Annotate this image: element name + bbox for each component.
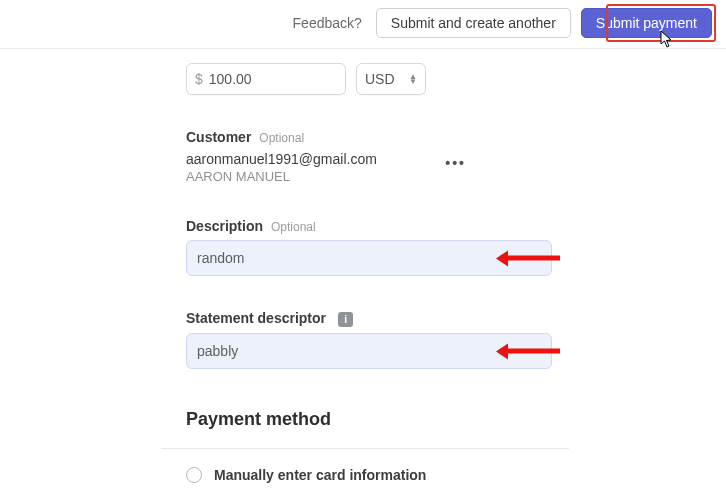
customer-email: aaronmanuel1991@gmail.com: [186, 151, 377, 167]
stepper-icon: ▲▼: [409, 74, 417, 84]
payment-method-heading: Payment method: [186, 409, 566, 430]
arrow-annotation: [500, 256, 560, 261]
currency-symbol: $: [195, 71, 203, 87]
customer-optional: Optional: [259, 131, 304, 145]
customer-label: Customer: [186, 129, 251, 145]
submit-payment-button[interactable]: Submit payment: [581, 8, 712, 38]
more-icon[interactable]: •••: [445, 151, 466, 171]
statement-label: Statement descriptor: [186, 310, 326, 326]
customer-section: Customer Optional aaronmanuel1991@gmail.…: [186, 129, 552, 184]
statement-value: pabbly: [197, 343, 238, 359]
amount-row: $ 100.00 USD ▲▼: [186, 63, 726, 95]
description-optional: Optional: [271, 220, 316, 234]
currency-select[interactable]: USD ▲▼: [356, 63, 426, 95]
top-bar: Feedback? Submit and create another Subm…: [0, 0, 726, 49]
statement-section: Statement descriptor i pabbly: [186, 310, 552, 369]
feedback-link[interactable]: Feedback?: [293, 15, 362, 31]
description-value: random: [197, 250, 244, 266]
payment-method-section: Payment method Manually enter card infor…: [186, 409, 566, 500]
submit-and-create-another-button[interactable]: Submit and create another: [376, 8, 571, 38]
form-container: $ 100.00 USD ▲▼ Customer Optional aaronm…: [0, 63, 726, 500]
description-label: Description: [186, 218, 263, 234]
currency-code: USD: [365, 71, 395, 87]
radio-option-manual[interactable]: Manually enter card information: [186, 449, 566, 500]
description-section: Description Optional random: [186, 218, 552, 276]
radio-icon: [186, 467, 202, 483]
amount-value: 100.00: [209, 71, 252, 87]
radio-label-manual: Manually enter card information: [214, 467, 426, 483]
arrow-annotation: [500, 349, 560, 354]
info-icon[interactable]: i: [338, 312, 353, 327]
customer-name: AARON MANUEL: [186, 169, 377, 184]
amount-input[interactable]: $ 100.00: [186, 63, 346, 95]
